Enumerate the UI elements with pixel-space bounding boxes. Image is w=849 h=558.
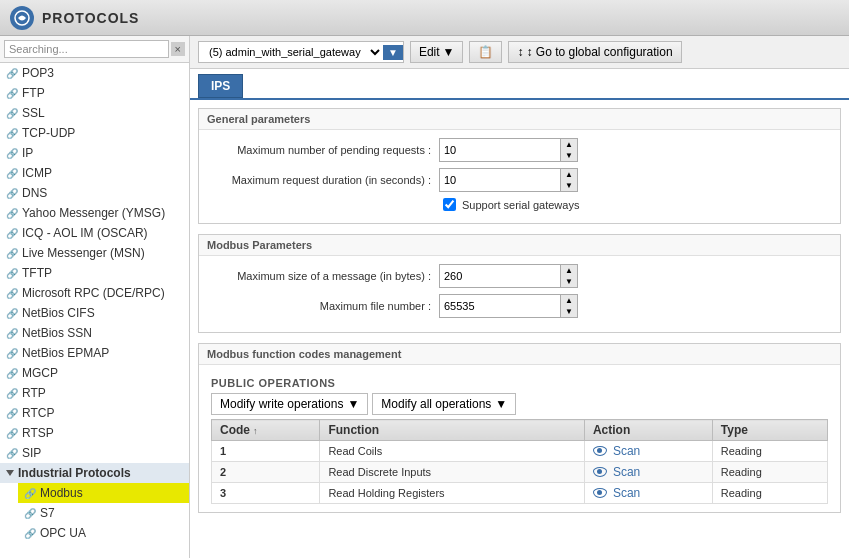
sidebar-item-label: TFTP	[22, 266, 52, 280]
search-bar: ×	[0, 36, 189, 63]
col-action[interactable]: Action	[584, 420, 712, 441]
sidebar-item-label: NetBios CIFS	[22, 306, 95, 320]
profile-select-input[interactable]: (5) admin_with_serial_gateway	[199, 42, 383, 62]
modify-all-button[interactable]: Modify all operations ▼	[372, 393, 516, 415]
sidebar-item-label: RTP	[22, 386, 46, 400]
max-file-input[interactable]	[440, 298, 560, 314]
sidebar-item-ip[interactable]: 🔗 IP	[0, 143, 189, 163]
tab-ips[interactable]: IPS	[198, 74, 243, 98]
protocol-icon: 🔗	[6, 348, 18, 359]
edit-dropdown-icon: ▼	[443, 45, 455, 59]
protocol-icon: 🔗	[24, 488, 36, 499]
sidebar-children: 🔗 Modbus 🔗 S7 🔗 OPC UA	[0, 483, 189, 543]
sidebar-item-pop3[interactable]: 🔗 POP3	[0, 63, 189, 83]
sidebar-item-rtp[interactable]: 🔗 RTP	[0, 383, 189, 403]
row-code: 1	[212, 441, 320, 462]
row-type: Reading	[712, 462, 827, 483]
max-file-row: Maximum file number : ▲ ▼	[211, 294, 828, 318]
modbus-params-content: Maximum size of a message (in bytes) : ▲…	[199, 256, 840, 332]
sidebar-item-label: TCP-UDP	[22, 126, 75, 140]
sidebar-item-label: Yahoo Messenger (YMSG)	[22, 206, 165, 220]
sidebar-item-rpc[interactable]: 🔗 Microsoft RPC (DCE/RPC)	[0, 283, 189, 303]
main-layout: × 🔗 POP3 🔗 FTP 🔗 SSL 🔗 TCP-UDP 🔗 IP	[0, 36, 849, 558]
sidebar-item-label: FTP	[22, 86, 45, 100]
function-codes-content: PUBLIC OPERATIONS Modify write operation…	[199, 365, 840, 512]
sidebar-item-tftp[interactable]: 🔗 TFTP	[0, 263, 189, 283]
max-msg-down[interactable]: ▼	[561, 276, 577, 287]
sidebar-item-label: SSL	[22, 106, 45, 120]
col-type[interactable]: Type	[712, 420, 827, 441]
edit-label: Edit	[419, 45, 440, 59]
max-duration-input[interactable]	[440, 172, 560, 188]
max-file-up[interactable]: ▲	[561, 295, 577, 306]
eye-icon	[593, 467, 607, 477]
edit-button[interactable]: Edit ▼	[410, 41, 464, 63]
public-ops-title: PUBLIC OPERATIONS	[211, 373, 828, 393]
function-codes-title: Modbus function codes management	[199, 344, 840, 365]
max-duration-down[interactable]: ▼	[561, 180, 577, 191]
search-input[interactable]	[4, 40, 169, 58]
protocol-icon: 🔗	[6, 428, 18, 439]
sidebar-item-label: ICMP	[22, 166, 52, 180]
content-area: (5) admin_with_serial_gateway ▼ Edit ▼ 📋…	[190, 36, 849, 558]
search-clear-button[interactable]: ×	[171, 42, 185, 56]
max-pending-down[interactable]: ▼	[561, 150, 577, 161]
eye-icon	[593, 488, 607, 498]
sidebar-item-ssl[interactable]: 🔗 SSL	[0, 103, 189, 123]
sidebar-item-tcp-udp[interactable]: 🔗 TCP-UDP	[0, 123, 189, 143]
col-function[interactable]: Function	[320, 420, 585, 441]
col-action-label: Action	[593, 423, 630, 437]
protocol-icon: 🔗	[6, 88, 18, 99]
table-row: 2 Read Discrete Inputs Scan Reading	[212, 462, 828, 483]
max-pending-up[interactable]: ▲	[561, 139, 577, 150]
sidebar-item-netbios-ssn[interactable]: 🔗 NetBios SSN	[0, 323, 189, 343]
max-pending-input[interactable]	[440, 142, 560, 158]
sidebar-item-msn[interactable]: 🔗 Live Messenger (MSN)	[0, 243, 189, 263]
goto-global-button[interactable]: ↕ ↕ Go to global configuration	[508, 41, 681, 63]
sidebar-item-modbus[interactable]: 🔗 Modbus	[18, 483, 189, 503]
sidebar-item-label: MGCP	[22, 366, 58, 380]
header-title: PROTOCOLS	[42, 10, 139, 26]
sidebar-item-ftp[interactable]: 🔗 FTP	[0, 83, 189, 103]
sidebar-group-industrial[interactable]: Industrial Protocols	[0, 463, 189, 483]
tabs: IPS	[190, 69, 849, 100]
sidebar-item-ymsg[interactable]: 🔗 Yahoo Messenger (YMSG)	[0, 203, 189, 223]
sidebar-item-label: Microsoft RPC (DCE/RPC)	[22, 286, 165, 300]
max-msg-spinner: ▲ ▼	[560, 265, 577, 287]
max-msg-up[interactable]: ▲	[561, 265, 577, 276]
sidebar-item-mgcp[interactable]: 🔗 MGCP	[0, 363, 189, 383]
sidebar-item-dns[interactable]: 🔗 DNS	[0, 183, 189, 203]
sidebar-item-opcua[interactable]: 🔗 OPC UA	[18, 523, 189, 543]
sidebar-item-oscar[interactable]: 🔗 ICQ - AOL IM (OSCAR)	[0, 223, 189, 243]
function-codes-section: Modbus function codes management PUBLIC …	[198, 343, 841, 513]
sidebar-item-icmp[interactable]: 🔗 ICMP	[0, 163, 189, 183]
serial-gw-checkbox[interactable]	[443, 198, 456, 211]
max-msg-label: Maximum size of a message (in bytes) :	[211, 270, 431, 282]
modify-all-label: Modify all operations	[381, 397, 491, 411]
protocol-icon: 🔗	[6, 288, 18, 299]
modify-write-button[interactable]: Modify write operations ▼	[211, 393, 368, 415]
sidebar-item-sip[interactable]: 🔗 SIP	[0, 443, 189, 463]
profile-selector[interactable]: (5) admin_with_serial_gateway ▼	[198, 41, 404, 63]
copy-button[interactable]: 📋	[469, 41, 502, 63]
col-code[interactable]: Code ↑	[212, 420, 320, 441]
sidebar-item-label: ICQ - AOL IM (OSCAR)	[22, 226, 148, 240]
tab-ips-label: IPS	[211, 79, 230, 93]
max-msg-input[interactable]	[440, 268, 560, 284]
max-file-down[interactable]: ▼	[561, 306, 577, 317]
protocol-icon: 🔗	[6, 448, 18, 459]
sidebar-item-netbios-cifs[interactable]: 🔗 NetBios CIFS	[0, 303, 189, 323]
profile-dropdown-arrow[interactable]: ▼	[383, 45, 403, 60]
header-icon	[10, 6, 34, 30]
modify-write-label: Modify write operations	[220, 397, 343, 411]
sidebar-item-s7[interactable]: 🔗 S7	[18, 503, 189, 523]
col-type-label: Type	[721, 423, 748, 437]
sidebar-item-netbios-epmap[interactable]: 🔗 NetBios EPMAP	[0, 343, 189, 363]
row-function: Read Holding Registers	[320, 483, 585, 504]
max-duration-up[interactable]: ▲	[561, 169, 577, 180]
sidebar-item-rtsp[interactable]: 🔗 RTSP	[0, 423, 189, 443]
sidebar-item-rtcp[interactable]: 🔗 RTCP	[0, 403, 189, 423]
max-pending-label: Maximum number of pending requests :	[211, 144, 431, 156]
action-label: Scan	[613, 444, 640, 458]
protocol-icon: 🔗	[6, 188, 18, 199]
